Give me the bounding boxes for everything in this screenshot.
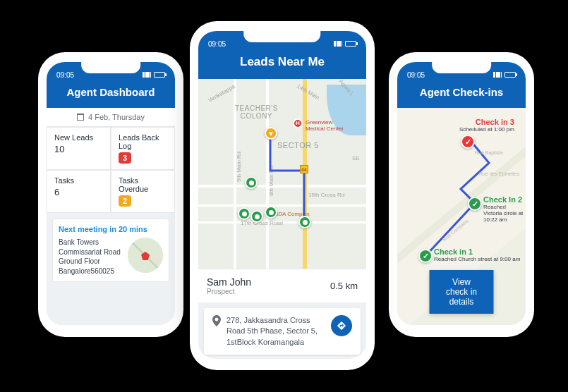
lead-pin-icon[interactable] — [245, 176, 258, 189]
lead-name: Sam John — [207, 276, 251, 288]
map-poi-label: Greenview Medical Center — [306, 120, 344, 133]
current-location-pin-icon[interactable] — [265, 127, 277, 140]
date-label: 4 Feb, Thursday — [88, 113, 145, 121]
checkin-pin-icon: ✓ — [461, 135, 475, 149]
map-road-label: 6th Main Rd — [268, 166, 274, 196]
map-road — [198, 185, 366, 188]
meeting-card[interactable]: Next meeting in 20 mins Bank Towers Comm… — [52, 219, 169, 282]
map-road-label: Venkatappa — [207, 83, 236, 104]
phone-notch — [432, 61, 491, 73]
checkin-pin-icon: ✓ — [468, 197, 482, 211]
stats-grid: New Leads 10 Leads Back Log 3 Tasks 6 Ta… — [47, 127, 175, 213]
map-road-label: SE — [352, 155, 360, 161]
map-road-label: 17th Cross Road — [241, 220, 283, 226]
lead-pin-icon[interactable] — [265, 206, 277, 219]
checkin-item-3[interactable]: Check in 3 Scheduled at 1:00 pm — [459, 118, 514, 133]
map-road-label: 5th Main Rd — [236, 152, 242, 182]
stat-tasks[interactable]: Tasks 6 — [47, 170, 111, 213]
phone-agent-dashboard: 09:05 Agent Dashboard 4 Feb, Thursday Ne… — [38, 52, 183, 337]
phone-agent-checkins: 09:05 Agent Check-ins Rue Baptiste Rue d… — [389, 52, 534, 337]
overdue-badge: 2 — [119, 195, 131, 207]
map-road-label: Rue des Epinettes — [479, 171, 519, 176]
backlog-badge: 3 — [119, 152, 131, 164]
checkin-pin-icon: ✓ — [418, 249, 433, 263]
battery-icon — [504, 72, 516, 78]
phone-notch — [81, 61, 140, 73]
status-time: 09:05 — [208, 40, 226, 48]
meeting-address: Bank Towers Commissariat Road Ground Flo… — [59, 238, 121, 276]
date-row[interactable]: 4 Feb, Thursday — [47, 108, 175, 127]
address-card: 278, Jakkasandra Cross Road 5th Phase, S… — [204, 308, 361, 355]
map-pin-icon — [141, 252, 150, 260]
phone-leads-near-me: 09:05 Leads Near Me TEACHER'S COLONY SEC… — [190, 21, 375, 370]
lead-distance: 0.5 km — [330, 281, 358, 291]
checkin-item-2[interactable]: Check In 2 Reached Victoria circle at 10… — [483, 195, 526, 223]
meeting-minimap — [128, 238, 163, 273]
battery-icon — [345, 41, 356, 47]
hospital-pin-icon: H — [293, 118, 303, 128]
stat-overdue[interactable]: Tasks Overdue 2 — [111, 170, 175, 213]
stat-new-leads[interactable]: New Leads 10 — [47, 127, 111, 170]
route-marker-icon: 44 — [300, 165, 308, 173]
battery-icon — [154, 72, 165, 78]
page-title: Agent Dashboard — [47, 80, 175, 108]
view-details-button[interactable]: View check in details — [430, 270, 494, 314]
lead-pin-icon[interactable] — [250, 210, 263, 223]
directions-icon — [337, 321, 346, 331]
map-area-label: TEACHER'S COLONY — [235, 104, 278, 120]
page-title: Agent Check-ins — [397, 80, 526, 108]
checkin-map[interactable]: Rue Baptiste Rue des Epinettes Rue Compa… — [397, 108, 526, 325]
lead-pin-icon[interactable] — [238, 207, 250, 220]
navigate-button[interactable] — [331, 315, 352, 336]
map-road-label: Rue Baptiste — [475, 150, 503, 155]
status-time: 09:05 — [407, 71, 425, 79]
signal-icon — [143, 72, 151, 78]
lead-type: Prospect — [207, 288, 251, 295]
location-pin-icon — [212, 315, 221, 329]
map-road-label: 15th Cross Rd — [308, 192, 344, 198]
map-road — [198, 204, 366, 207]
phone-notch — [243, 30, 320, 42]
signal-icon — [334, 41, 342, 47]
map-area-label: SECTOR 5 — [277, 141, 319, 149]
address-text: 278, Jakkasandra Cross Road 5th Phase, S… — [226, 315, 325, 348]
calendar-icon — [77, 114, 84, 121]
lead-pin-icon[interactable] — [298, 216, 311, 228]
meeting-title: Next meeting in 20 mins — [59, 225, 163, 233]
lead-card[interactable]: Sam John Prospect 0.5 km — [198, 269, 366, 302]
map-road-label: 14th Main — [296, 83, 320, 101]
map-area[interactable]: TEACHER'S COLONY SECTOR 5 Greenview Medi… — [198, 79, 366, 269]
signal-icon — [493, 72, 502, 78]
status-time: 09:05 — [56, 71, 74, 79]
stat-backlog[interactable]: Leads Back Log 3 — [111, 127, 175, 170]
checkin-item-1[interactable]: Check in 1 Reached Church street at 9:00… — [434, 247, 520, 262]
page-title: Leads Near Me — [198, 49, 366, 79]
